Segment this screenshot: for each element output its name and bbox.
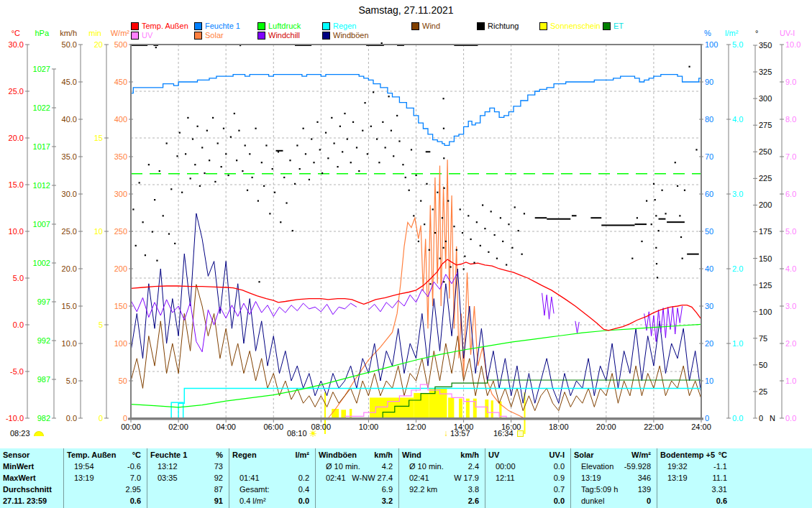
sun-icon: ☀ bbox=[309, 430, 318, 438]
tick-label: 350 bbox=[759, 41, 772, 50]
tick-label: 200 bbox=[759, 200, 772, 209]
tick-label: 997 bbox=[37, 297, 50, 306]
table-cell-label: 19:54 bbox=[67, 462, 94, 471]
table-cell-label: 13:19 bbox=[660, 474, 688, 482]
table-row: 0.0 bbox=[485, 495, 570, 507]
table-cell-value: 0 bbox=[647, 497, 651, 505]
series-windchill bbox=[131, 272, 683, 352]
table-column: Windkm/hØ 10 min.2.402:41W 17.992.2 km3.… bbox=[398, 448, 485, 508]
sunshine-bar bbox=[429, 388, 447, 418]
down-arrow-icon: ↓ bbox=[444, 430, 448, 438]
table-row: 6.9 bbox=[316, 484, 398, 495]
table-cell-value: -59.928 bbox=[624, 462, 651, 471]
tick-label: 1.0 bbox=[732, 339, 743, 348]
table-cell-value: 3.31 bbox=[712, 485, 727, 494]
table-row-label: 27.11. 23:59 bbox=[0, 495, 63, 507]
tick-label: 2.0 bbox=[732, 264, 743, 273]
table-row: 87 bbox=[147, 484, 229, 495]
table-column: Feuchte 1%13:127303:35928791 bbox=[147, 448, 229, 508]
table-header: UVUV-I bbox=[485, 448, 570, 461]
table-cell-label: Elevation bbox=[574, 462, 613, 471]
tick-label: 10 bbox=[94, 227, 103, 236]
tick-label: 5.0 bbox=[66, 377, 77, 385]
tick-label: 992 bbox=[37, 336, 50, 345]
legend-item-richtung: Richtung bbox=[477, 22, 519, 30]
tick-label: 90 bbox=[705, 78, 713, 86]
table-column: Regenl/m²01:410.2Gesamt:0.40.4 l/m²0.0 bbox=[229, 448, 315, 508]
column-unit: l/m² bbox=[295, 451, 309, 459]
tick-label: 30.0 bbox=[62, 190, 77, 198]
legend-label: Luftdruck bbox=[268, 22, 301, 30]
table-cell-label: 13:19 bbox=[67, 474, 94, 482]
table-column: Windböenkm/hØ 10 min.4.202:41W-NW 27.46.… bbox=[315, 448, 398, 508]
table-cell-value: 2.4 bbox=[468, 462, 479, 471]
column-name: Temp. Außen bbox=[67, 451, 116, 459]
tick-label: 30 bbox=[705, 302, 713, 310]
tick-label: 300 bbox=[759, 94, 772, 103]
legend-label: Solar bbox=[205, 32, 224, 40]
table-row: 00:000.0 bbox=[485, 461, 570, 472]
sunshine-bar bbox=[459, 399, 462, 418]
table-cell-value: 2.95 bbox=[126, 485, 141, 494]
table-cell-label: 0.4 l/m² bbox=[232, 497, 266, 505]
table-cell-value: 0.0 bbox=[298, 497, 309, 505]
legend-color-box bbox=[603, 22, 611, 30]
tick-label: 50 bbox=[705, 227, 713, 236]
weather-chart: 30.025.020.015.010.05.00.0-5.0-10.0°C102… bbox=[0, 0, 812, 448]
table-header: Windböenkm/h bbox=[316, 448, 398, 461]
tick-label: 30.0 bbox=[9, 40, 24, 49]
table-cell-value: 139 bbox=[638, 485, 651, 494]
tick-label: 4.0 bbox=[732, 115, 743, 124]
axis-°: 3503253002752502252001751501251007550250… bbox=[753, 29, 775, 422]
table-header: SolarW/m² bbox=[571, 448, 657, 461]
column-name: UV bbox=[488, 451, 499, 459]
legend-label: Richtung bbox=[488, 22, 519, 30]
tick-label: -5.0 bbox=[10, 367, 24, 376]
tick-label: 1022 bbox=[33, 103, 50, 112]
column-unit: °C bbox=[719, 451, 727, 459]
table-cell-value: W 17.9 bbox=[454, 474, 479, 482]
legend-label: Windböen bbox=[333, 32, 369, 40]
legend-item-windb-en: Windböen bbox=[322, 31, 369, 40]
table-cell-value: 0.0 bbox=[554, 462, 565, 471]
tick-label: 8.0 bbox=[785, 115, 796, 124]
tick-label: 50 bbox=[119, 377, 127, 385]
table-row-label: MinWert bbox=[0, 461, 63, 472]
legend-item-regen: Regen bbox=[322, 22, 356, 30]
tick-label: 2.0 bbox=[785, 339, 796, 348]
tick-label: 80 bbox=[705, 115, 713, 124]
tick-label: 1002 bbox=[33, 259, 50, 267]
tick-label: 1012 bbox=[33, 181, 50, 190]
tick-label: 0 bbox=[705, 414, 709, 422]
tick-label: 20 bbox=[705, 339, 713, 348]
axis-min: 20151050min bbox=[88, 29, 109, 422]
richtung-dots bbox=[132, 42, 697, 285]
first-sunshine-marker: 08:23 bbox=[10, 429, 44, 438]
tick-label: 0.0 bbox=[66, 414, 77, 422]
tick-label: 15.0 bbox=[9, 180, 24, 189]
column-name: Bodentemp +5 bbox=[660, 451, 715, 459]
table-cell-label: dunkel bbox=[574, 497, 604, 505]
table-row: 0.4 l/m²0.0 bbox=[229, 495, 315, 507]
table-row: 91 bbox=[147, 495, 229, 507]
rain-rate-bar bbox=[171, 402, 183, 418]
table-cell-value: 2.6 bbox=[468, 497, 479, 505]
table-row: 19:32-1.1 bbox=[657, 461, 812, 472]
tick-label: 5 bbox=[99, 320, 103, 329]
table-row-label: Durchschnitt bbox=[0, 484, 63, 495]
axis-hPa: 102710221017101210071002997992987982hPa bbox=[33, 29, 56, 422]
sunshine-bar bbox=[491, 400, 493, 418]
legend-color-box bbox=[194, 22, 202, 30]
table-cell-label: 00:00 bbox=[488, 462, 516, 471]
tick-label: 70 bbox=[705, 152, 713, 161]
legend-item-luftdruck: Luftdruck bbox=[257, 22, 301, 30]
tick-label: 1017 bbox=[33, 142, 50, 151]
tick-label: 1027 bbox=[33, 65, 50, 73]
table-cell-value: 0.6 bbox=[130, 497, 141, 505]
table-cell-value: 0.0 bbox=[554, 497, 565, 505]
legend-color-box bbox=[322, 22, 330, 30]
tick-label: 4.0 bbox=[785, 264, 796, 273]
tick-label: 400 bbox=[114, 115, 127, 124]
table-row: Gesamt:0.4 bbox=[229, 484, 315, 495]
tick-label: 225 bbox=[759, 174, 772, 183]
